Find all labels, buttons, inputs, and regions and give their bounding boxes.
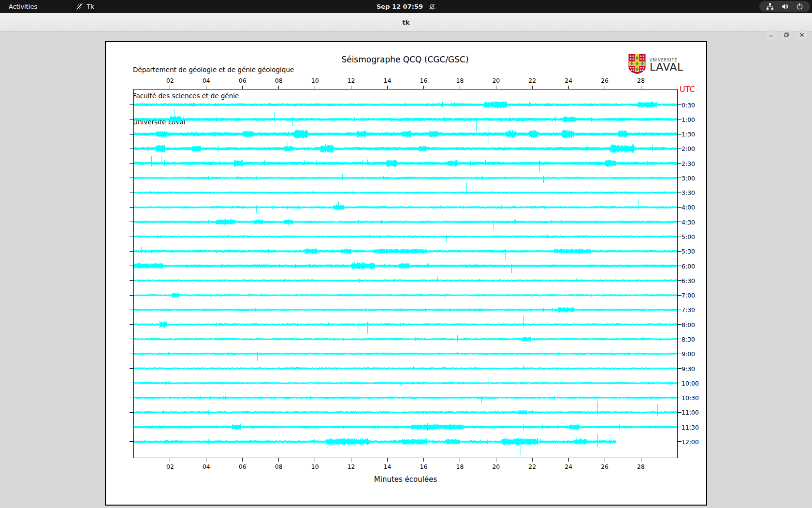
x-tick-label-top: 12 (348, 77, 355, 84)
trace-row-label: 2:00 (682, 145, 695, 152)
x-tick-label-top: 28 (637, 77, 645, 84)
maximize-button[interactable] (781, 30, 792, 40)
trace-tick-right (678, 193, 682, 193)
x-tick-label-bottom: 22 (528, 463, 536, 470)
x-tick-label-bottom: 10 (311, 463, 319, 470)
minimize-button[interactable] (766, 30, 776, 40)
header-line-1: Département de géologie et de génie géol… (133, 65, 294, 74)
trace-row-label: 4:00 (682, 204, 695, 211)
trace-tick-left (130, 295, 133, 296)
trace-tick-left (130, 266, 133, 266)
logo-text: UNIVERSITÉ LAVAL (650, 58, 683, 72)
trace-row-label: 5:30 (682, 248, 695, 255)
trace-row-label: 9:30 (682, 365, 695, 372)
app-menu[interactable]: Tk (76, 3, 94, 10)
x-tick-top (605, 86, 605, 89)
x-tick-label-top: 10 (311, 77, 319, 84)
trace-row-label: 7:30 (682, 306, 695, 314)
x-tick-bottom (423, 458, 424, 462)
trace-tick-right (678, 266, 682, 266)
trace-tick-left (130, 339, 133, 339)
trace-row-label: 6:30 (682, 277, 695, 284)
notifications-muted-icon (429, 3, 435, 10)
x-tick-top (278, 86, 279, 89)
x-tick-label-bottom: 28 (637, 463, 645, 470)
clock-button[interactable]: Sep 12 07:59 (377, 3, 435, 10)
system-tray[interactable] (759, 1, 810, 12)
x-tick-label-top: 02 (166, 77, 174, 84)
trace-tick-left (130, 412, 133, 413)
x-tick-label-top: 08 (275, 77, 283, 84)
trace-row-label: 5:00 (682, 233, 695, 240)
trace-tick-left (130, 368, 133, 369)
x-tick-top (460, 86, 460, 89)
x-tick-bottom (532, 458, 533, 462)
trace-tick-left (130, 134, 133, 134)
trace-row-label: 8:00 (682, 321, 695, 328)
laval-logo: UNIVERSITÉ LAVAL (628, 54, 683, 76)
x-tick-bottom (278, 458, 279, 462)
trace-tick-right (678, 237, 682, 237)
window-title: tk (0, 13, 812, 31)
x-tick-label-bottom: 26 (601, 463, 609, 470)
trace-row-label: 0:30 (682, 101, 695, 108)
plot-area: UTC Minutes écoulées 0202040406060808101… (133, 89, 678, 458)
x-tick-label-top: 04 (203, 77, 210, 84)
power-icon (796, 3, 803, 10)
x-tick-label-bottom: 18 (456, 463, 464, 470)
clock-label: Sep 12 07:59 (377, 3, 423, 10)
trace-row-label: 11:00 (682, 409, 699, 416)
x-tick-bottom (568, 458, 569, 462)
x-tick-label-bottom: 14 (384, 463, 392, 470)
trace-row-label: 2:30 (682, 160, 695, 167)
trace-tick-left (130, 207, 133, 208)
trace-row-label: 3:30 (682, 189, 695, 196)
trace-tick-right (678, 149, 682, 149)
trace-tick-right (678, 339, 682, 339)
trace-tick-right (678, 324, 682, 325)
x-tick-bottom (496, 458, 496, 462)
trace-tick-left (130, 280, 133, 281)
desktop: { "topbar": { "activities": "Activities"… (0, 0, 812, 508)
trace-tick-right (678, 134, 682, 134)
trace-tick-right (678, 398, 682, 398)
x-tick-bottom (206, 458, 206, 462)
trace-tick-right (678, 441, 682, 442)
trace-tick-left (130, 441, 133, 442)
x-tick-label-bottom: 08 (275, 463, 283, 470)
trace-tick-right (678, 178, 682, 178)
trace-row-label: 3:00 (682, 174, 695, 181)
trace-row-label: 7:00 (682, 292, 695, 299)
trace-tick-right (678, 222, 682, 222)
x-tick-top (351, 86, 351, 89)
trace-row-label: 6:00 (682, 262, 695, 269)
trace-tick-right (678, 354, 682, 354)
trace-tick-left (130, 163, 133, 164)
maximize-icon (783, 32, 789, 38)
top-bar: Activities Tk Sep 12 07:59 (0, 0, 812, 13)
x-tick-top (568, 86, 569, 89)
x-tick-bottom (315, 458, 315, 462)
x-tick-label-top: 18 (456, 77, 464, 84)
x-tick-top (641, 86, 641, 89)
window-titlebar[interactable]: tk (0, 13, 812, 32)
activities-button[interactable]: Activities (0, 0, 46, 13)
close-icon (799, 32, 805, 38)
x-tick-label-top: 22 (528, 77, 536, 84)
tk-feather-icon (76, 3, 83, 10)
seismograph-window: Département de géologie et de génie géol… (105, 41, 707, 506)
x-tick-label-top: 06 (239, 77, 246, 84)
trace-tick-right (678, 368, 682, 369)
trace-tick-right (678, 119, 682, 120)
x-tick-top (496, 86, 496, 89)
x-tick-label-bottom: 02 (166, 463, 174, 470)
seismogram-canvas (134, 90, 677, 458)
x-tick-label-top: 24 (565, 77, 572, 84)
x-tick-top (206, 86, 206, 89)
x-tick-bottom (170, 458, 170, 462)
trace-tick-right (678, 383, 682, 383)
close-button[interactable] (797, 30, 807, 40)
x-tick-label-top: 14 (384, 77, 392, 84)
trace-row-label: 1:00 (682, 116, 695, 123)
trace-tick-left (130, 237, 133, 237)
